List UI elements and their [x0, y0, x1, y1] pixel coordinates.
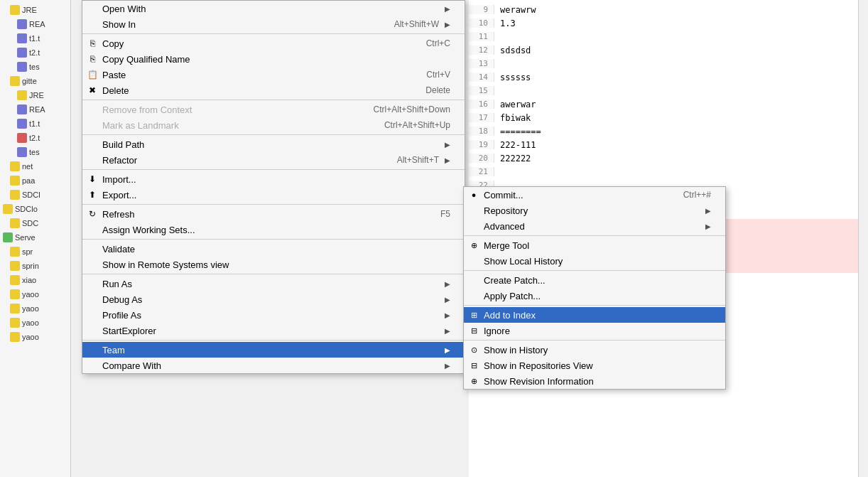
menu-item-validate[interactable]: Validate	[82, 241, 465, 257]
tree-item-serve[interactable]: Serve	[0, 230, 71, 245]
submenu-arrow: ▶	[445, 156, 450, 164]
menu-separator	[464, 235, 725, 236]
tree-item-tes[interactable]: tes	[0, 60, 71, 74]
tree-item-jre[interactable]: JRE	[0, 3, 71, 17]
menu-item-debug-as[interactable]: Debug As ▶	[82, 291, 465, 307]
tree-item-t1.t[interactable]: t1.t	[0, 117, 71, 131]
tree-item-rea[interactable]: REA	[0, 102, 71, 117]
menu-item-show-in[interactable]: Show In Alt+Shift+W ▶	[82, 16, 465, 32]
menu-label: StartExplorer	[102, 326, 439, 336]
menu-shortcut: Alt+Shift+W	[394, 19, 439, 29]
menu-item-assign-working[interactable]: Assign Working Sets...	[82, 222, 465, 237]
menu-item-import[interactable]: ⬇ Import...	[82, 171, 465, 187]
tree-item-t1.t[interactable]: t1.t	[0, 31, 71, 45]
submenu-item-show-repos-view[interactable]: ⊟ Show in Repositories View	[464, 358, 725, 373]
menu-label: Refresh	[102, 209, 426, 220]
line-content: sdsdsd	[494, 45, 531, 55]
submenu-item-ignore[interactable]: ⊟ Ignore	[464, 323, 725, 338]
menu-shortcut: Ctrl+C	[426, 38, 450, 48]
menu-item-copy-qualified[interactable]: ⎘ Copy Qualified Name	[82, 51, 465, 67]
menu-item-run-as[interactable]: Run As ▶	[82, 276, 465, 291]
submenu-arrow: ▶	[705, 223, 711, 230]
tree-item-t2.t[interactable]: t2.t	[0, 131, 71, 145]
line-content: fbiwak	[494, 113, 531, 123]
submenu-item-advanced[interactable]: Advanced ▶	[464, 218, 725, 234]
menu-separator	[82, 340, 465, 341]
submenu-item-repository[interactable]: Repository ▶	[464, 203, 725, 218]
refresh-icon: ↻	[87, 208, 98, 220]
tree-item-sdc[interactable]: SDC	[0, 216, 71, 230]
tree-icon	[17, 133, 27, 143]
tree-item-net[interactable]: net	[0, 159, 71, 173]
menu-label: Show In	[102, 19, 380, 30]
tree-item-yaoo[interactable]: yaoo	[0, 316, 71, 330]
tree-item-tes[interactable]: tes	[0, 145, 71, 159]
submenu-item-create-patch[interactable]: Create Patch...	[464, 272, 725, 288]
tree-icon	[3, 204, 13, 214]
menu-separator	[464, 270, 725, 271]
tree-label: paa	[22, 176, 35, 185]
menu-item-paste[interactable]: 📋 Paste Ctrl+V	[82, 67, 465, 82]
submenu-item-merge-tool[interactable]: ⊕ Merge Tool	[464, 237, 725, 253]
submenu-item-commit[interactable]: ● Commit... Ctrl++#	[464, 187, 725, 203]
menu-label: Remove from Context	[102, 104, 359, 115]
submenu-item-add-to-index[interactable]: ⊞ Add to Index	[464, 307, 725, 323]
menu-item-refresh[interactable]: ↻ Refresh F5	[82, 206, 465, 222]
editor-line: 10 1.3	[469, 16, 867, 30]
line-content: awerwar	[494, 100, 536, 109]
menu-item-copy[interactable]: ⎘ Copy Ctrl+C	[82, 36, 465, 51]
tree-label: yaoo	[22, 290, 39, 299]
tree-item-sprin[interactable]: sprin	[0, 259, 71, 273]
submenu-item-show-revision[interactable]: ⊕ Show Revision Information	[464, 373, 725, 389]
tree-item-spr[interactable]: spr	[0, 245, 71, 259]
menu-item-start-explorer[interactable]: StartExplorer ▶	[82, 323, 465, 338]
tree-item-sdclo[interactable]: SDClo	[0, 202, 71, 216]
menu-item-build-path[interactable]: Build Path ▶	[82, 136, 465, 152]
editor-line: 16 awerwar	[469, 97, 867, 111]
line-content: ssssss	[494, 73, 531, 82]
tree-item-yaoo[interactable]: yaoo	[0, 301, 71, 316]
menu-item-profile-as[interactable]: Profile As ▶	[82, 307, 465, 323]
menu-item-open-with[interactable]: Open With ▶	[82, 1, 465, 16]
tree-label: t1.t	[29, 34, 40, 43]
tree-item-sdcl[interactable]: SDCl	[0, 188, 71, 202]
tree-item-paa[interactable]: paa	[0, 173, 71, 188]
submenu-item-show-history[interactable]: ⊙ Show in History	[464, 342, 725, 358]
menu-label: Mark as Landmark	[102, 120, 370, 131]
menu-label: Debug As	[102, 294, 439, 305]
submenu-item-show-local-history[interactable]: Show Local History	[464, 253, 725, 269]
menu-separator	[464, 305, 725, 306]
menu-item-export[interactable]: ⬆ Export...	[82, 187, 465, 203]
paste-icon: 📋	[87, 69, 98, 80]
menu-label: Run As	[102, 279, 439, 289]
tree-label: xiao	[22, 276, 36, 284]
ignore-icon: ⊟	[468, 325, 479, 336]
tree-icon	[17, 147, 27, 157]
menu-item-compare-with[interactable]: Compare With ▶	[82, 358, 465, 373]
tree-icon	[10, 5, 20, 15]
submenu-item-apply-patch[interactable]: Apply Patch...	[464, 288, 725, 304]
tree-item-t2.t[interactable]: t2.t	[0, 45, 71, 60]
line-number: 19	[469, 140, 494, 149]
menu-label: Profile As	[102, 310, 439, 321]
editor-line: 17 fbiwak	[469, 111, 867, 124]
tree-item-xiao[interactable]: xiao	[0, 273, 71, 287]
menu-item-refactor[interactable]: Refactor Alt+Shift+T ▶	[82, 152, 465, 168]
tree-item-gitte[interactable]: gitte	[0, 74, 71, 88]
tree-item-jre[interactable]: JRE	[0, 88, 71, 102]
tree-label: REA	[29, 20, 45, 28]
tree-item-yaoo[interactable]: yaoo	[0, 330, 71, 344]
menu-label: Show in History	[484, 345, 711, 355]
right-scrollbar[interactable]	[858, 0, 868, 477]
menu-separator	[82, 169, 465, 170]
menu-item-delete[interactable]: ✖ Delete Delete	[82, 82, 465, 98]
menu-item-team[interactable]: Team ▶	[82, 342, 465, 358]
tree-item-yaoo[interactable]: yaoo	[0, 287, 71, 301]
tree-label: SDCl	[22, 191, 40, 199]
menu-item-show-remote[interactable]: Show in Remote Systems view	[82, 257, 465, 272]
tree-view: JRE REA t1.t t2.t tes gitte JRE REA t1.t…	[0, 0, 71, 344]
menu-label: Show in Remote Systems view	[102, 259, 450, 270]
menu-label: Assign Working Sets...	[102, 225, 450, 235]
menu-separator	[82, 33, 465, 34]
tree-item-rea[interactable]: REA	[0, 17, 71, 31]
